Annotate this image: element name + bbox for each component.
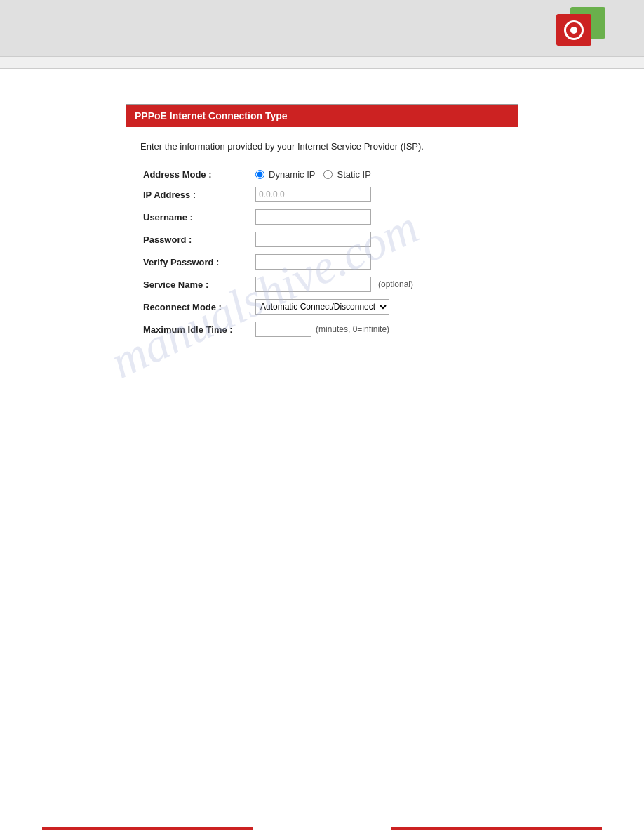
dynamic-ip-label[interactable]: Dynamic IP — [255, 169, 315, 180]
password-row: Password : — [140, 228, 504, 251]
reconnect-mode-row: Reconnect Mode : Automatic Connect/Disco… — [140, 296, 504, 318]
address-mode-label: Address Mode : — [140, 166, 253, 183]
footer-bar-left — [42, 827, 253, 830]
verify-password-label: Verify Password : — [140, 251, 253, 273]
username-input-cell — [253, 206, 504, 228]
static-ip-label[interactable]: Static IP — [323, 169, 370, 180]
ip-address-input[interactable] — [255, 187, 371, 202]
address-mode-input-cell: Dynamic IP Static IP — [253, 166, 504, 183]
verify-password-input-cell — [253, 251, 504, 273]
address-mode-row: Address Mode : Dynamic IP Static IP — [140, 166, 504, 183]
reconnect-select-wrapper: Automatic Connect/Disconnect Always On M… — [255, 299, 501, 315]
idle-hint-text: (minutes, 0=infinite) — [316, 324, 389, 334]
max-idle-time-row: Maximum Idle Time : 20 (minutes, 0=infin… — [140, 318, 504, 340]
panel-title: PPPoE Internet Connection Type — [135, 110, 288, 121]
top-bar — [0, 0, 644, 56]
logo-container — [556, 7, 605, 49]
static-ip-radio[interactable] — [323, 170, 333, 179]
service-name-optional: (optional) — [378, 279, 413, 289]
dynamic-ip-radio[interactable] — [255, 170, 264, 179]
verify-password-input[interactable] — [255, 254, 371, 270]
username-input[interactable] — [255, 209, 371, 225]
ip-address-row: IP Address : — [140, 183, 504, 206]
intro-text: Enter the information provided by your I… — [140, 141, 504, 152]
sub-bar — [0, 56, 644, 69]
max-idle-time-input-cell: 20 (minutes, 0=infinite) — [253, 318, 504, 340]
password-input[interactable] — [255, 232, 371, 247]
idle-input-wrapper: 20 (minutes, 0=infinite) — [255, 322, 501, 337]
dynamic-ip-text: Dynamic IP — [269, 169, 315, 180]
reconnect-mode-label: Reconnect Mode : — [140, 296, 253, 318]
max-idle-time-label: Maximum Idle Time : — [140, 318, 253, 340]
ip-address-input-cell — [253, 183, 504, 206]
reconnect-mode-input-cell: Automatic Connect/Disconnect Always On M… — [253, 296, 504, 318]
footer-bar-right — [391, 827, 602, 830]
verify-password-row: Verify Password : — [140, 251, 504, 273]
service-name-row: Service Name : (optional) — [140, 273, 504, 296]
form-panel: PPPoE Internet Connection Type Enter the… — [126, 104, 518, 355]
max-idle-time-input[interactable]: 20 — [255, 322, 311, 337]
panel-body: Enter the information provided by your I… — [126, 127, 518, 355]
service-name-input[interactable] — [255, 277, 371, 292]
static-ip-text: Static IP — [337, 169, 370, 180]
password-label: Password : — [140, 228, 253, 251]
address-mode-radio-group: Dynamic IP Static IP — [255, 169, 501, 180]
password-input-cell — [253, 228, 504, 251]
logo-icon — [564, 20, 584, 40]
service-name-label: Service Name : — [140, 273, 253, 296]
logo-red — [556, 14, 591, 46]
form-table: Address Mode : Dynamic IP Static IP — [140, 166, 504, 340]
service-name-input-cell: (optional) — [253, 273, 504, 296]
username-label: Username : — [140, 206, 253, 228]
panel-header: PPPoE Internet Connection Type — [126, 105, 518, 127]
reconnect-mode-dropdown[interactable]: Automatic Connect/Disconnect Always On M… — [255, 299, 389, 315]
username-row: Username : — [140, 206, 504, 228]
main-content: PPPoE Internet Connection Type Enter the… — [0, 69, 644, 376]
ip-address-label: IP Address : — [140, 183, 253, 206]
